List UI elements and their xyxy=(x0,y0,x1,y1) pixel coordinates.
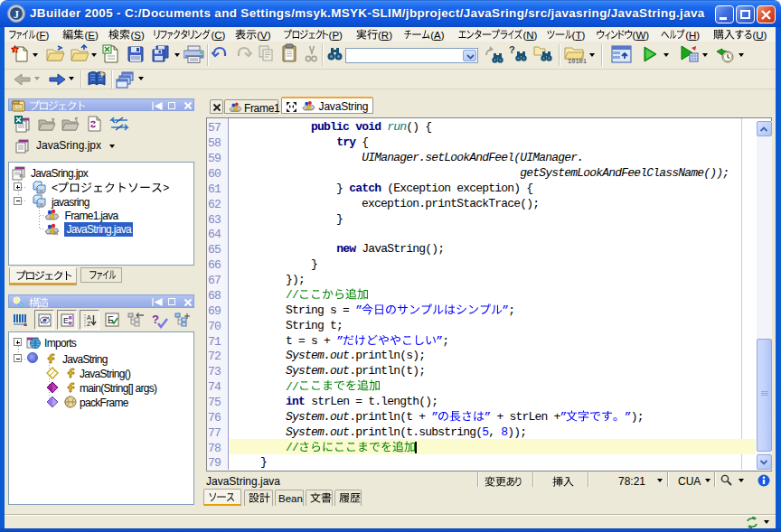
svg-text:Z: Z xyxy=(87,321,91,327)
svg-text:A: A xyxy=(87,314,91,321)
svg-text:J: J xyxy=(14,8,19,21)
svg-text:10101: 10101 xyxy=(568,58,587,65)
svg-text:E: E xyxy=(63,316,69,325)
svg-text:?: ? xyxy=(509,44,515,55)
svg-text:E: E xyxy=(108,315,114,325)
